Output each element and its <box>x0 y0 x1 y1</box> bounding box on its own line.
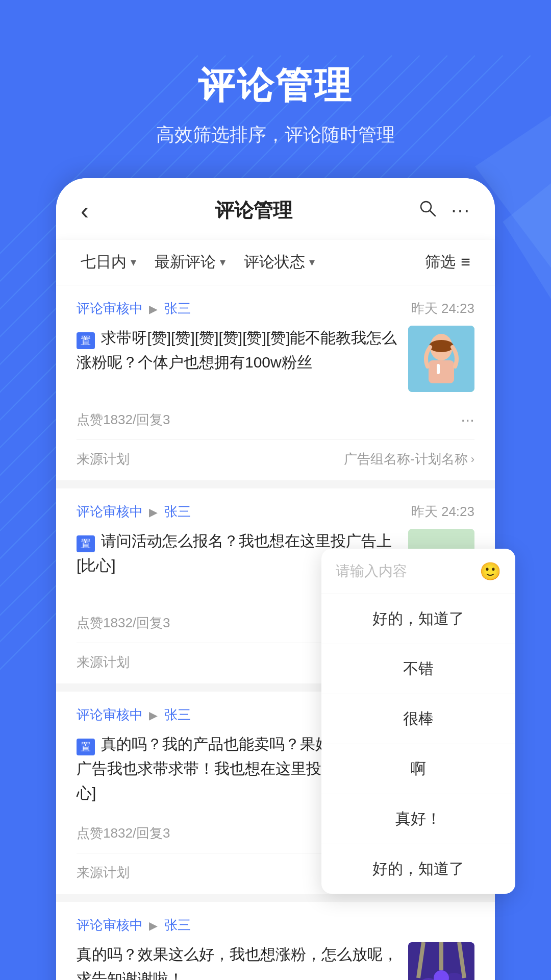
quick-reply-item-1[interactable]: 不错 <box>321 644 515 694</box>
hero-title: 评论管理 <box>198 61 353 110</box>
quick-reply-items: 好的，知道了 不错 很棒 啊 真好！ 好的，知道了 <box>321 594 515 894</box>
phone-mockup: ‹ 评论管理 ··· 七日内 ▾ 最新评论 ▾ <box>56 178 495 980</box>
comment-arrow-3: ▶ <box>149 709 158 722</box>
quick-reply-item-0[interactable]: 好的，知道了 <box>321 594 515 644</box>
comment-body-4: 真的吗？效果这么好，我也想涨粉，怎么放呢，求告知谢谢啦！ <box>77 942 474 980</box>
comment-user-4: 张三 <box>164 917 191 933</box>
comment-thumb-4 <box>408 942 474 980</box>
quick-reply-item-4[interactable]: 真好！ <box>321 794 515 844</box>
comment-stats-1: 点赞1832/回复3 ··· <box>77 402 474 440</box>
comment-card: 评论审核中 ▶ 张三 昨天 24:23 置 求带呀[赞][赞][赞][赞][赞]… <box>56 285 495 480</box>
stats-text-3: 点赞1832/回复3 <box>77 824 170 842</box>
search-icon[interactable] <box>418 199 437 222</box>
comment-header-1: 评论审核中 ▶ 张三 昨天 24:23 <box>77 300 474 317</box>
comment-time-1: 昨天 24:23 <box>411 300 474 317</box>
comment-arrow-2: ▶ <box>149 506 158 519</box>
comment-thumb-1 <box>408 326 474 392</box>
stats-text-1: 点赞1832/回复3 <box>77 411 170 429</box>
topbar-icons: ··· <box>418 199 470 222</box>
source-arrow-1: › <box>471 453 474 466</box>
filter-sort[interactable]: 最新评论 ▾ <box>155 252 244 273</box>
comment-user-2: 张三 <box>164 504 191 519</box>
sort-filter-arrow: ▾ <box>220 256 226 269</box>
comment-status-2: 评论审核中 <box>77 504 143 519</box>
source-label-1: 来源计划 <box>77 450 130 468</box>
quick-reply-item-2[interactable]: 很棒 <box>321 694 515 744</box>
comment-text-area-1: 置 求带呀[赞][赞][赞][赞][赞][赞]能不能教我怎么涨粉呢？个体户也想拥… <box>77 326 398 375</box>
comment-tag-3: 置 <box>77 739 95 755</box>
comment-content-1: 求带呀[赞][赞][赞][赞][赞][赞]能不能教我怎么涨粉呢？个体户也想拥有1… <box>77 329 397 371</box>
quick-reply-input-area[interactable]: 请输入内容 🙂 <box>321 549 515 594</box>
source-label-2: 来源计划 <box>77 653 130 671</box>
comment-card-3: 评论审核中 ▶ 张三 置 真的吗？我的产品也能卖吗？果好不好呢，其他商家投广告我… <box>56 692 495 894</box>
comment-arrow-1: ▶ <box>149 303 158 315</box>
comment-meta-2: 评论审核中 ▶ 张三 <box>77 503 191 521</box>
comment-header-2: 评论审核中 ▶ 张三 昨天 24:23 <box>77 503 474 521</box>
comment-content-4: 真的吗？效果这么好，我也想涨粉，怎么放呢，求告知谢谢啦！ <box>77 946 398 980</box>
comment-tag-2: 置 <box>77 535 95 552</box>
date-filter-arrow: ▾ <box>131 256 136 269</box>
page-wrapper: 评论管理 高效筛选排序，评论随时管理 ‹ 评论管理 ··· 七日内 ▾ <box>0 0 551 980</box>
filter-advanced[interactable]: 筛选 ≡ <box>425 252 470 273</box>
quick-reply-popup: 请输入内容 🙂 好的，知道了 不错 很棒 啊 真好！ 好的，知道了 <box>321 549 515 894</box>
svg-rect-22 <box>429 360 454 383</box>
comment-arrow-4: ▶ <box>149 919 158 932</box>
more-icon[interactable]: ··· <box>451 200 470 222</box>
svg-line-19 <box>430 211 435 216</box>
comment-time-2: 昨天 24:23 <box>411 503 474 521</box>
comment-meta-1: 评论审核中 ▶ 张三 <box>77 300 191 317</box>
comment-text-area-4: 真的吗？效果这么好，我也想涨粉，怎么放呢，求告知谢谢啦！ <box>77 942 398 980</box>
stats-text-2: 点赞1832/回复3 <box>77 614 170 632</box>
comment-status-1: 评论审核中 <box>77 301 143 316</box>
source-label-3: 来源计划 <box>77 864 130 881</box>
comment-user-1: 张三 <box>164 301 191 316</box>
svg-point-18 <box>421 202 431 212</box>
emoji-icon[interactable]: 🙂 <box>480 561 501 581</box>
comment-list: 评论审核中 ▶ 张三 昨天 24:23 置 求带呀[赞][赞][赞][赞][赞]… <box>56 285 495 980</box>
comment-status-4: 评论审核中 <box>77 917 143 933</box>
filter-icon: ≡ <box>461 253 470 272</box>
comment-user-3: 张三 <box>164 707 191 722</box>
status-filter-arrow: ▾ <box>309 256 315 269</box>
comment-tag-1: 置 <box>77 332 95 349</box>
filter-bar: 七日内 ▾ 最新评论 ▾ 评论状态 ▾ 筛选 ≡ <box>56 239 495 285</box>
source-link-1[interactable]: 广告组名称-计划名称 › <box>344 450 474 468</box>
comment-meta-4: 评论审核中 ▶ 张三 <box>77 916 191 934</box>
quick-reply-placeholder: 请输入内容 <box>336 561 407 581</box>
back-button[interactable]: ‹ <box>81 197 89 225</box>
svg-point-23 <box>429 340 454 352</box>
comment-source-1: 来源计划 广告组名称-计划名称 › <box>77 440 474 480</box>
quick-reply-item-5[interactable]: 好的，知道了 <box>321 844 515 894</box>
filter-date[interactable]: 七日内 ▾ <box>81 252 155 273</box>
comment-body-3: 置 真的吗？我的产品也能卖吗？果好不好呢，其他商家投广告我也求带求带！我也想在这… <box>77 732 474 805</box>
topbar-title: 评论管理 <box>215 198 292 224</box>
comment-header-4: 评论审核中 ▶ 张三 <box>77 916 474 934</box>
hero-subtitle: 高效筛选排序，评论随时管理 <box>156 122 395 148</box>
comment-more-1[interactable]: ··· <box>461 410 474 429</box>
comment-status-3: 评论审核中 <box>77 707 143 722</box>
comment-body-1: 置 求带呀[赞][赞][赞][赞][赞][赞]能不能教我怎么涨粉呢？个体户也想拥… <box>77 326 474 392</box>
svg-rect-24 <box>437 364 440 374</box>
filter-status[interactable]: 评论状态 ▾ <box>244 252 333 273</box>
phone-topbar: ‹ 评论管理 ··· <box>56 178 495 239</box>
comment-card-4: 评论审核中 ▶ 张三 真的吗？效果这么好，我也想涨粉，怎么放呢，求告知谢谢啦！ <box>56 902 495 980</box>
quick-reply-item-3[interactable]: 啊 <box>321 744 515 794</box>
comment-meta-3: 评论审核中 ▶ 张三 <box>77 706 191 724</box>
